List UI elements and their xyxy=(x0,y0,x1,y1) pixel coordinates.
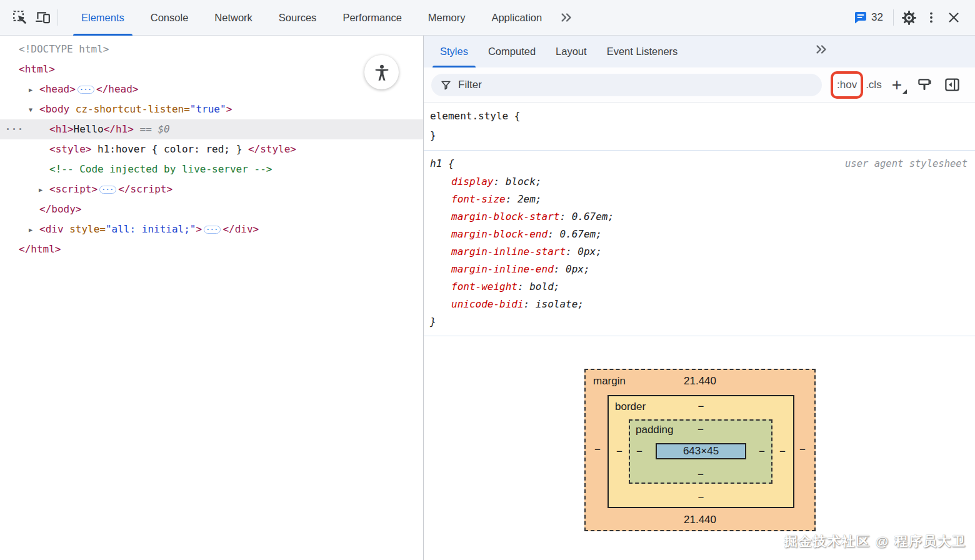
accessibility-widget-button[interactable] xyxy=(364,55,399,89)
dom-segment-tag: <script> xyxy=(49,183,98,195)
property-name[interactable]: unicode-bidi xyxy=(451,298,524,310)
padding-bottom-value[interactable]: − xyxy=(698,469,704,481)
rule-selector[interactable]: element.style { xyxy=(430,110,521,122)
property-name[interactable]: margin-block-end xyxy=(451,228,548,240)
property-name[interactable]: display xyxy=(451,176,493,188)
rule-selector[interactable]: h1 { xyxy=(430,158,454,169)
border-right-value[interactable]: − xyxy=(779,446,786,458)
margin-right-value[interactable]: − xyxy=(799,444,806,456)
margin-top-value[interactable]: 21.440 xyxy=(684,375,716,388)
css-property[interactable]: margin-block-end: 0.67em; xyxy=(430,226,975,243)
property-name[interactable]: font-size xyxy=(451,193,506,205)
main-tab-network[interactable]: Network xyxy=(201,0,266,36)
dom-tree-node[interactable]: ···<h1>Hello</h1> == $0 xyxy=(0,119,423,139)
property-name[interactable]: margin-block-start xyxy=(451,211,559,222)
toggle-element-state-button[interactable]: :hov xyxy=(837,79,857,91)
property-value[interactable]: isolate; xyxy=(536,298,584,310)
border-label: border xyxy=(615,401,646,413)
property-value[interactable]: 0.67em; xyxy=(572,211,614,222)
devtools-toolbar: ElementsConsoleNetworkSourcesPerformance… xyxy=(0,0,975,36)
toggle-sidebar-icon[interactable] xyxy=(944,76,961,93)
expand-arrow-icon[interactable]: ▶ xyxy=(29,220,39,240)
main-tab-performance[interactable]: Performance xyxy=(329,0,414,36)
dom-tree-node[interactable]: ▶<div style="all: initial;">···</div> xyxy=(0,219,423,239)
css-property[interactable]: font-weight: bold; xyxy=(430,278,975,296)
kebab-menu-icon[interactable] xyxy=(920,6,942,29)
main-tab-elements[interactable]: Elements xyxy=(68,0,138,36)
css-property[interactable]: margin-inline-start: 0px; xyxy=(430,243,975,261)
accessibility-person-icon xyxy=(372,63,391,82)
dom-segment-comment: <!-- Code injected by live-server --> xyxy=(49,163,272,175)
css-property[interactable]: unicode-bidi: isolate; xyxy=(430,296,975,313)
property-value[interactable]: 2em; xyxy=(518,193,542,205)
main-tab-sources[interactable]: Sources xyxy=(266,0,330,36)
node-more-actions-icon[interactable]: ··· xyxy=(5,119,24,139)
border-top-value[interactable]: − xyxy=(698,401,704,413)
property-name[interactable]: font-weight xyxy=(451,281,518,292)
main-tab-application[interactable]: Application xyxy=(478,0,555,36)
expand-arrow-icon[interactable]: ▶ xyxy=(29,80,39,100)
device-toolbar-icon[interactable] xyxy=(31,6,54,29)
dom-tree-node[interactable]: <html> xyxy=(0,59,423,79)
dom-tree-node[interactable]: <style> h1:hover { color: red; } </style… xyxy=(0,139,423,159)
rendering-emulation-icon[interactable] xyxy=(916,77,932,93)
property-value[interactable]: 0px; xyxy=(578,246,602,258)
dom-tree-node[interactable]: </body> xyxy=(0,199,423,219)
css-property[interactable]: font-size: 2em; xyxy=(430,191,975,208)
css-property[interactable]: margin-block-start: 0.67em; xyxy=(430,208,975,226)
property-name[interactable]: margin-inline-end xyxy=(451,263,554,275)
sidebar-tab-computed[interactable]: Computed xyxy=(478,36,546,68)
border-bottom-value[interactable]: − xyxy=(698,492,704,504)
issues-badge[interactable]: 32 xyxy=(852,10,883,25)
property-value[interactable]: block; xyxy=(506,176,542,188)
more-sidebar-tabs-icon[interactable] xyxy=(810,42,832,57)
dom-tree-node[interactable]: <!-- Code injected by live-server --> xyxy=(0,159,423,179)
dom-tree-node[interactable]: ▶<script>···</script> xyxy=(0,179,423,199)
inspect-icon[interactable] xyxy=(9,6,31,29)
box-model-margin[interactable]: margin 21.440 21.440 − − border − − − − … xyxy=(584,369,816,531)
hov-highlight-annotation: :hov xyxy=(831,71,863,99)
new-style-rule-button[interactable]: + xyxy=(889,79,904,91)
property-value[interactable]: 0.67em; xyxy=(559,228,601,240)
sidebar-tab-layout[interactable]: Layout xyxy=(546,36,597,68)
collapsed-content-icon[interactable]: ··· xyxy=(78,86,94,94)
property-value[interactable]: 0px; xyxy=(566,263,590,275)
sidebar-tab-event-listeners[interactable]: Event Listeners xyxy=(597,36,688,68)
collapse-arrow-icon[interactable]: ▼ xyxy=(29,100,39,120)
border-left-value[interactable]: − xyxy=(616,446,622,458)
padding-right-value[interactable]: − xyxy=(759,446,765,458)
css-property[interactable]: margin-inline-end: 0px; xyxy=(430,261,975,278)
main-tab-memory[interactable]: Memory xyxy=(415,0,479,36)
style-filter-field[interactable] xyxy=(431,74,822,96)
dom-tree-node[interactable]: </html> xyxy=(0,239,423,259)
padding-left-value[interactable]: − xyxy=(636,446,642,458)
collapsed-content-icon[interactable]: ··· xyxy=(204,226,221,234)
main-tab-strip: ElementsConsoleNetworkSourcesPerformance… xyxy=(68,0,555,36)
filter-input[interactable] xyxy=(458,79,813,91)
sidebar-tab-styles[interactable]: Styles xyxy=(430,36,478,68)
dom-segment-tag: <div xyxy=(39,223,64,235)
css-property[interactable]: display: block; xyxy=(430,173,975,191)
property-value[interactable]: bold; xyxy=(529,281,559,292)
property-name[interactable]: margin-inline-start xyxy=(451,246,566,258)
more-tabs-icon[interactable] xyxy=(555,10,578,25)
padding-top-value[interactable]: − xyxy=(698,424,704,436)
margin-label: margin xyxy=(593,375,626,388)
dom-tree-node[interactable]: <!DOCTYPE html> xyxy=(0,39,423,59)
dom-tree-node[interactable]: ▶<head>···</head> xyxy=(0,79,423,99)
main-tab-console[interactable]: Console xyxy=(138,0,202,36)
box-model-border[interactable]: border − − − − padding − − − − 643×45 xyxy=(608,395,794,508)
margin-left-value[interactable]: − xyxy=(594,444,601,456)
rule-origin: user agent stylesheet xyxy=(845,154,968,173)
expand-arrow-icon[interactable]: ▶ xyxy=(39,180,49,200)
box-model-content[interactable]: 643×45 xyxy=(656,443,746,459)
messages-icon xyxy=(852,10,868,25)
styles-tab-strip: StylesComputedLayoutEvent Listeners xyxy=(424,36,975,68)
collapsed-content-icon[interactable]: ··· xyxy=(99,186,116,194)
close-icon[interactable] xyxy=(942,6,965,29)
box-model-padding[interactable]: padding − − − − 643×45 xyxy=(629,419,772,484)
settings-gear-icon[interactable] xyxy=(898,6,920,29)
margin-bottom-value[interactable]: 21.440 xyxy=(684,514,716,526)
element-classes-button[interactable]: .cls xyxy=(866,79,882,91)
dom-tree-node[interactable]: ▼<body cz-shortcut-listen="true"> xyxy=(0,99,423,119)
